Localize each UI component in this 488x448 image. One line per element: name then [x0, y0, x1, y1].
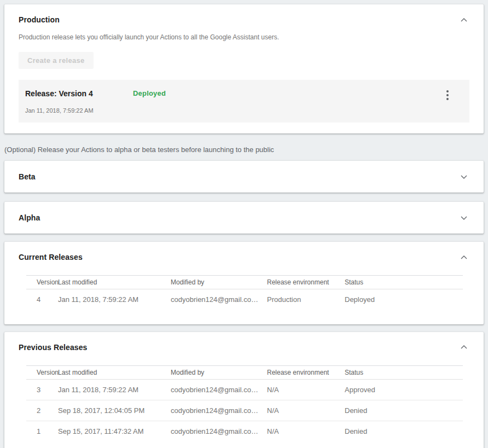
cell-version: 1 [26, 421, 58, 441]
table-row: 4 Jan 11, 2018, 7:59:22 AM codyobrien124… [26, 289, 463, 310]
cell-release-environment: Production [267, 289, 345, 310]
cell-modified-by: codyobrien124@gmail.co… [171, 379, 267, 400]
alpha-title: Alpha [19, 213, 40, 222]
cell-last-modified: Jan 11, 2018, 7:59:22 AM [58, 379, 171, 400]
release-title: Release: Version 4 [25, 89, 133, 98]
cell-last-modified: Sep 15, 2017, 11:47:32 AM [58, 421, 171, 441]
column-header-release-environment: Release environment [267, 276, 345, 289]
cell-version: 4 [26, 289, 58, 310]
current-releases-section: Current Releases Version Last modified M… [4, 242, 484, 324]
chevron-down-icon[interactable] [458, 173, 469, 181]
production-title: Production [19, 15, 60, 24]
cell-status: Approved [345, 379, 463, 400]
release-card: Release: Version 4 Deployed Jan 11, 2018… [19, 80, 469, 123]
alpha-section[interactable]: Alpha [4, 202, 484, 234]
cell-version: 2 [26, 400, 58, 421]
current-releases-table: Version Last modified Modified by Releas… [26, 275, 463, 310]
current-releases-title: Current Releases [19, 253, 83, 261]
cell-last-modified: Jan 11, 2018, 7:59:22 AM [58, 289, 171, 310]
production-description: Production release lets you officially l… [19, 33, 469, 41]
chevron-down-icon[interactable] [458, 214, 469, 222]
current-releases-header[interactable]: Current Releases [19, 253, 469, 261]
column-header-version: Version [26, 365, 58, 379]
column-header-status: Status [345, 276, 463, 289]
column-header-modified-by: Modified by [171, 365, 267, 379]
previous-releases-title: Previous Releases [19, 343, 87, 352]
cell-modified-by: codyobrien124@gmail.co… [171, 289, 267, 310]
table-header-row: Version Last modified Modified by Releas… [26, 365, 463, 379]
table-header-row: Version Last modified Modified by Releas… [26, 276, 463, 289]
optional-note: (Optional) Release your Actions to alpha… [4, 146, 484, 154]
column-header-release-environment: Release environment [267, 365, 345, 379]
column-header-status: Status [345, 365, 463, 379]
chevron-up-icon[interactable] [458, 16, 469, 24]
previous-releases-section: Previous Releases Version Last modified … [4, 332, 484, 448]
cell-modified-by: codyobrien124@gmail.co… [171, 400, 267, 421]
cell-last-modified: Sep 18, 2017, 12:04:05 PM [58, 400, 171, 421]
cell-status: Deployed [345, 289, 463, 310]
chevron-up-icon[interactable] [458, 343, 469, 351]
cell-release-environment: N/A [267, 400, 345, 421]
cell-status: Denied [345, 421, 463, 441]
release-date: Jan 11, 2018, 7:59:22 AM [25, 107, 462, 114]
create-release-button[interactable]: Create a release [19, 52, 94, 69]
release-status-badge: Deployed [133, 89, 166, 97]
cell-version: 3 [26, 379, 58, 400]
cell-release-environment: N/A [267, 421, 345, 441]
production-section: Production Production release lets you o… [4, 4, 484, 133]
previous-releases-header[interactable]: Previous Releases [19, 343, 469, 352]
cell-status: Denied [345, 400, 463, 421]
production-header[interactable]: Production [19, 15, 469, 24]
cell-modified-by: codyobrien124@gmail.co… [171, 421, 267, 441]
table-row: 1 Sep 15, 2017, 11:47:32 AM codyobrien12… [26, 421, 463, 441]
beta-title: Beta [19, 172, 36, 181]
column-header-modified-by: Modified by [171, 276, 267, 289]
more-options-icon[interactable] [445, 89, 450, 101]
column-header-last-modified: Last modified [58, 276, 171, 289]
column-header-version: Version [26, 276, 58, 289]
chevron-up-icon[interactable] [458, 253, 469, 261]
beta-section[interactable]: Beta [4, 161, 484, 193]
table-row: 2 Sep 18, 2017, 12:04:05 PM codyobrien12… [26, 400, 463, 421]
table-row: 3 Jan 11, 2018, 7:59:22 AM codyobrien124… [26, 379, 463, 400]
column-header-last-modified: Last modified [58, 365, 171, 379]
previous-releases-table: Version Last modified Modified by Releas… [26, 365, 463, 442]
cell-release-environment: N/A [267, 379, 345, 400]
